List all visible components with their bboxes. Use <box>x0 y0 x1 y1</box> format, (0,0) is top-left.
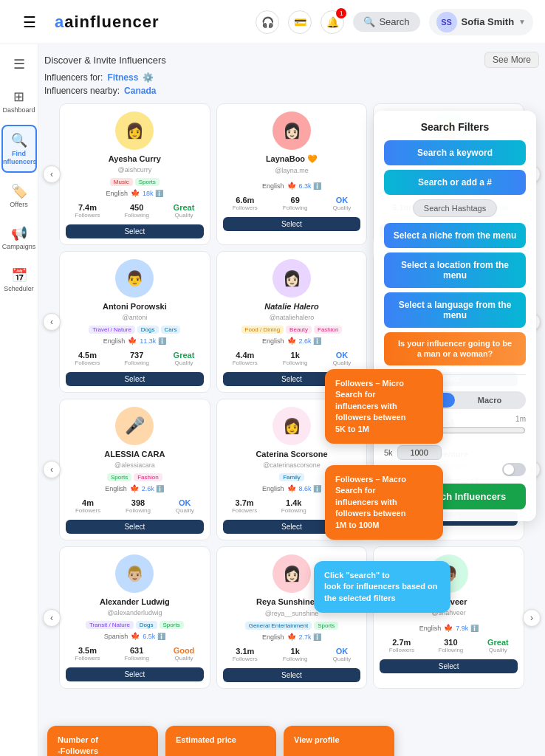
card-meta: English 🍁 2.6k ℹ️ <box>105 484 164 492</box>
avatar-alexander: 👨🏼 <box>115 554 154 593</box>
wallet-icon[interactable]: 💳 <box>288 10 312 34</box>
followers-macro-annotation: Followers – Macro Search for influencers… <box>325 465 443 540</box>
card-tags: Food / Dining Beauty Fashion <box>241 326 343 334</box>
menu-icon: ☰ <box>13 56 25 72</box>
sidebar-item-offers[interactable]: 🏷️ Offers <box>1 177 37 215</box>
card-stats: 6.6mFollowers 69Following OKQuality <box>223 196 361 211</box>
range-value-input[interactable] <box>397 445 442 460</box>
prev-arrow-2[interactable]: ‹ <box>43 313 61 331</box>
sidebar-item-campaigns[interactable]: 📢 Campaigns <box>1 219 37 257</box>
sidebar-item-menu[interactable]: ☰ <box>1 50 37 78</box>
card-name: ALESSIA CARA <box>104 450 165 458</box>
user-avatar: SS <box>436 12 457 32</box>
card-handle: @alessiacara <box>114 461 155 469</box>
card-layna: 👩🏻 LaynaBoo 🧡 @layna.me English 🍁 6.3k ℹ… <box>216 103 368 245</box>
autosave-toggle[interactable] <box>502 463 526 476</box>
see-more-button[interactable]: See More <box>484 52 539 68</box>
top-bar: Discover & Invite Influencers See More <box>44 52 539 68</box>
card-handle: @aishcurry <box>118 166 152 173</box>
search-button[interactable]: 🔍 Search <box>353 12 419 32</box>
card-stats: 4mFollowers 398Following OKQuality <box>66 498 204 514</box>
discover-text: Discover & Invite Influencers <box>44 55 166 66</box>
prev-arrow-3[interactable]: ‹ <box>43 461 61 478</box>
card-handle: @reya__sunshine <box>265 610 319 617</box>
offers-icon: 🏷️ <box>11 183 27 199</box>
language-select-button[interactable]: Select a language from the menu <box>384 292 526 328</box>
card-meta: English 🍁 6.3k ℹ️ <box>262 182 321 190</box>
card-tags: General Entertainment Sports <box>245 622 339 630</box>
avatar-ayesha: 👩 <box>115 111 154 150</box>
user-chip[interactable]: SS Sofia Smith ▼ <box>429 9 533 35</box>
tag-music: Music <box>110 178 133 186</box>
select-button[interactable]: Select <box>66 667 204 681</box>
bell-icon[interactable]: 🔔 <box>321 10 344 34</box>
select-button[interactable]: Select <box>380 659 518 673</box>
avatar-layna: 👩🏻 <box>272 111 311 150</box>
card-tags: Family <box>279 473 304 481</box>
card-tags: Transit / Nature Dogs Sports <box>86 621 184 629</box>
macro-button[interactable]: Macro <box>455 393 524 408</box>
card-meta: Spanish 🍁 6.5k ℹ️ <box>104 632 165 640</box>
card-meta: English 🍁 2.7k ℹ️ <box>262 633 321 641</box>
card-alessia: 🎤 ALESSIA CARA @alessiacara Sports Fashi… <box>59 399 210 540</box>
filters-title: Search Filters <box>384 121 526 133</box>
numbers-annotation: Number of -Followers -Following & Qualit… <box>47 726 158 756</box>
sidebar-item-dashboard[interactable]: ⊞ Dashboard <box>1 83 37 120</box>
main-content: Discover & Invite Influencers See More I… <box>38 44 545 756</box>
range-value-row: 5k <box>384 445 526 460</box>
card-name: Natalie Halero <box>264 302 318 311</box>
cards-section: ‹ 👩 Ayesha Curry @aishcurry Music Sports… <box>44 103 539 756</box>
followers-micro-annotation: Followers – Micro Search for influencers… <box>325 369 443 444</box>
card-stats: 4.4mFollowers 1kFollowing OKQuality <box>223 351 361 366</box>
keyword-search-button[interactable]: Search a keyword <box>384 140 526 165</box>
cards-row-4: ‹ 👨🏼 Alexander Ludwig @alexanderludwig T… <box>44 546 539 689</box>
card-handle: @layna.me <box>275 167 309 174</box>
headphones-icon[interactable]: 🎧 <box>256 10 279 34</box>
sidebar: ☰ ⊞ Dashboard 🔍 FindInfluencers 🏷️ Offer… <box>0 44 38 756</box>
search-filters-panel: Search Filters Search a keyword Search o… <box>374 111 536 521</box>
scheduler-icon: 📅 <box>11 267 27 284</box>
settings-icon[interactable]: ⚙️ <box>143 72 154 83</box>
next-arrow-4[interactable]: › <box>523 609 541 627</box>
niche-select-button[interactable]: Select a niche from the menu <box>384 223 526 248</box>
layout: ☰ ⊞ Dashboard 🔍 FindInfluencers 🏷️ Offer… <box>0 44 545 756</box>
card-handle: @caterinascorsone <box>263 461 321 469</box>
card-meta: English 🍁 11.3k ℹ️ <box>103 337 166 345</box>
card-tags: Music Sports <box>110 178 160 186</box>
location-select-button[interactable]: Select a location from the menu <box>384 252 526 288</box>
sidebar-item-scheduler[interactable]: 📅 Scheduler <box>1 261 37 299</box>
toggle-knob <box>504 464 514 475</box>
menu-toggle[interactable]: ☰ <box>12 13 47 31</box>
select-button[interactable]: Select <box>66 372 204 386</box>
card-handle: @antoni <box>123 314 148 321</box>
logo: aainfluencer <box>55 13 160 32</box>
select-button[interactable]: Select <box>223 668 361 682</box>
gender-select-button[interactable]: Is your influencer going to be a man or … <box>384 332 526 365</box>
prev-arrow-4[interactable]: ‹ <box>43 609 61 627</box>
fitness-tag[interactable]: Fitness <box>107 72 138 83</box>
search-hashtags-button[interactable]: Search Hashtags <box>413 199 497 217</box>
card-stats: 3.5mFollowers 631Following GoodQuality <box>66 646 204 662</box>
hashtag-search-button[interactable]: Search or add a # <box>384 170 526 195</box>
select-button[interactable]: Select <box>66 224 204 238</box>
cards-container-4: 👨🏼 Alexander Ludwig @alexanderludwig Tra… <box>44 546 539 689</box>
avatar-antoni: 👨 <box>115 259 154 298</box>
view-profile-annotation: View profile <box>284 726 394 756</box>
card-stats: 3.1mFollowers 1kFollowing OKQuality <box>223 647 361 662</box>
card-name: LaynaBoo 🧡 <box>266 154 318 164</box>
search-icon: 🔍 <box>363 16 375 27</box>
header: ☰ aainfluencer 🎧 💳 🔔 🔍 Search SS Sofia S… <box>0 0 545 44</box>
campaigns-icon: 📢 <box>11 225 27 241</box>
sidebar-item-find-influencers[interactable]: 🔍 FindInfluencers <box>1 125 37 173</box>
location-row: Influencers nearby: Canada <box>44 86 539 96</box>
select-button[interactable]: Select <box>66 520 204 534</box>
prev-arrow-1[interactable]: ‹ <box>43 165 61 183</box>
location-tag[interactable]: Canada <box>124 86 156 96</box>
avatar-reya: 👩🏻 <box>272 554 311 593</box>
click-search-annotation: Click "search" to look for influencers b… <box>314 561 450 613</box>
select-button[interactable]: Select <box>223 217 361 231</box>
flag-icon: 🍁 <box>131 189 140 197</box>
card-meta: English 🍁 8.6k ℹ️ <box>262 484 321 492</box>
card-handle: @nataliehalero <box>270 314 315 321</box>
card-handle: @alexanderludwig <box>107 609 162 616</box>
